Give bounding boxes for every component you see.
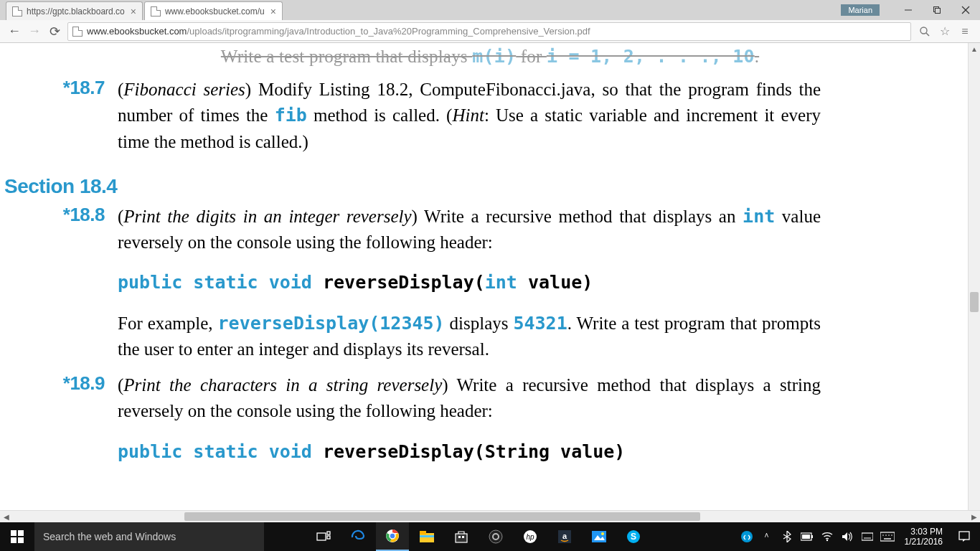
battery-icon[interactable] — [798, 522, 816, 551]
svg-point-34 — [741, 531, 753, 542]
svg-rect-12 — [327, 532, 330, 534]
page-icon — [12, 6, 22, 17]
svg-rect-18 — [420, 531, 426, 534]
code-signature: public static void reverseDisplay(String… — [118, 439, 821, 465]
hp-icon[interactable]: hp — [514, 522, 547, 551]
start-button[interactable] — [0, 522, 34, 551]
svg-rect-42 — [880, 532, 895, 541]
edge-icon[interactable] — [341, 522, 374, 551]
tab-bar: https://gptc.blackboard.co × www.ebooksb… — [0, 0, 980, 20]
svg-rect-11 — [317, 533, 326, 540]
scroll-track[interactable] — [12, 511, 968, 522]
time-text: 3:03 PM — [905, 527, 943, 537]
store-icon[interactable] — [445, 522, 478, 551]
file-explorer-icon[interactable] — [410, 522, 443, 551]
clock[interactable]: 3:03 PM 1/21/2016 — [899, 527, 948, 547]
close-icon[interactable]: × — [131, 6, 136, 17]
exercise-number: *18.7 — [37, 77, 118, 155]
close-icon[interactable]: × — [270, 6, 276, 17]
exercise-number: *18.9 — [37, 372, 118, 479]
svg-text:a: a — [562, 532, 567, 540]
amazon-icon[interactable]: a — [548, 522, 581, 551]
photos-icon[interactable] — [583, 522, 616, 551]
scroll-right-arrow[interactable]: ▶ — [968, 513, 980, 521]
page-icon — [151, 6, 161, 17]
obs-icon[interactable] — [479, 522, 512, 551]
menu-icon[interactable]: ≡ — [957, 24, 973, 39]
exercise-number: *18.8 — [37, 204, 118, 362]
scroll-up-arrow[interactable]: ▲ — [969, 43, 980, 55]
svg-rect-7 — [11, 530, 17, 536]
svg-rect-10 — [18, 537, 24, 543]
volume-icon[interactable] — [839, 522, 856, 551]
svg-rect-21 — [458, 536, 461, 538]
tab-title: https://gptc.blackboard.co — [27, 6, 125, 17]
task-view-icon[interactable] — [307, 522, 340, 551]
code-signature: public static void reverseDisplay(int va… — [118, 270, 821, 296]
svg-point-16 — [390, 533, 395, 539]
tab-blackboard[interactable]: https://gptc.blackboard.co × — [6, 1, 143, 20]
svg-line-6 — [926, 33, 929, 36]
svg-point-23 — [489, 530, 502, 543]
svg-rect-13 — [327, 536, 330, 539]
keyboard-icon[interactable] — [879, 522, 896, 551]
svg-point-31 — [601, 532, 604, 535]
bookmark-icon[interactable]: ☆ — [937, 24, 953, 39]
section-heading: Section 18.4 — [4, 175, 980, 198]
skype-icon[interactable]: S — [617, 522, 650, 551]
svg-rect-29 — [592, 531, 606, 542]
svg-rect-8 — [18, 530, 24, 536]
system-tray: ＾ 3:03 PM 1/21/2016 — [738, 522, 980, 551]
exercise-18-9: *18.9 (Print the characters in a string … — [37, 372, 951, 479]
window-controls: Marian — [841, 0, 980, 20]
svg-rect-20 — [456, 534, 467, 542]
svg-point-38 — [826, 540, 827, 541]
pdf-viewport[interactable]: Write a test program that displays m(i) … — [0, 43, 980, 522]
svg-rect-40 — [862, 533, 873, 540]
minimize-button[interactable] — [894, 0, 923, 20]
search-input[interactable]: Search the web and Windows — [34, 522, 264, 551]
url-host: www.ebooksbucket.com — [87, 26, 187, 37]
close-button[interactable] — [951, 0, 980, 20]
exercise-18-8: *18.8 (Print the digits in an integer re… — [37, 204, 951, 362]
taskbar: Search the web and Windows hp a S ＾ 3:03… — [0, 522, 980, 551]
bluetooth-icon[interactable] — [778, 522, 796, 551]
action-center-icon[interactable] — [951, 530, 977, 543]
svg-text:hp: hp — [526, 533, 534, 541]
svg-point-45 — [885, 534, 887, 536]
profile-badge[interactable]: Marian — [841, 4, 880, 16]
chrome-icon[interactable] — [376, 522, 409, 551]
back-button[interactable]: ← — [4, 22, 24, 42]
svg-rect-2 — [936, 9, 941, 14]
svg-rect-48 — [959, 532, 969, 540]
scroll-thumb[interactable] — [970, 292, 979, 312]
maximize-button[interactable] — [923, 0, 951, 20]
tab-ebooksbucket[interactable]: www.ebooksbucket.com/u × — [144, 1, 283, 20]
input-icon[interactable] — [859, 522, 876, 551]
url-input[interactable]: www.ebooksbucket.com/uploads/itprogrammi… — [67, 22, 911, 41]
hp-assist-icon[interactable] — [738, 522, 755, 551]
reload-button[interactable]: ⟳ — [44, 22, 65, 42]
tray-chevron-icon[interactable]: ＾ — [758, 522, 776, 551]
svg-rect-9 — [11, 537, 17, 543]
exercise-body: (Print the characters in a string revers… — [118, 372, 821, 479]
horizontal-scrollbar[interactable]: ◀ ▶ — [0, 510, 980, 522]
exercise-18-7: *18.7 (Fibonacci series) Modify Listing … — [37, 77, 951, 155]
wifi-icon[interactable] — [819, 522, 836, 551]
svg-text:S: S — [631, 532, 636, 542]
svg-rect-36 — [811, 535, 813, 538]
svg-point-46 — [888, 534, 890, 536]
vertical-scrollbar[interactable]: ▲ ▼ — [968, 43, 980, 522]
svg-rect-22 — [462, 536, 464, 538]
scroll-thumb[interactable] — [184, 512, 700, 521]
task-icons: hp a S — [307, 522, 650, 551]
svg-point-44 — [882, 534, 884, 536]
zoom-icon[interactable] — [917, 24, 933, 39]
scroll-left-arrow[interactable]: ◀ — [0, 513, 12, 521]
forward-button[interactable]: → — [24, 22, 44, 42]
svg-rect-37 — [802, 534, 810, 539]
scroll-track[interactable] — [969, 55, 980, 510]
page-icon — [72, 27, 83, 37]
svg-point-5 — [920, 27, 927, 34]
svg-rect-19 — [420, 535, 434, 537]
